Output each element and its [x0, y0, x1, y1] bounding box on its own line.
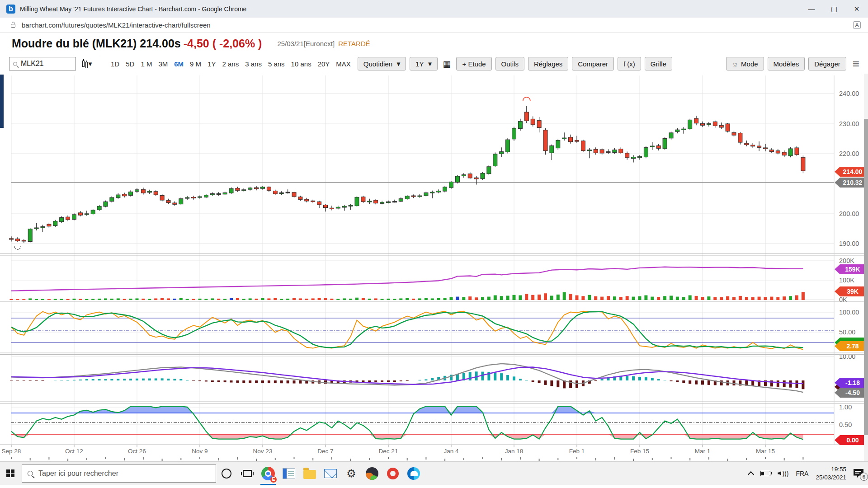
app-button-dark[interactable] — [362, 462, 382, 485]
timeframe-1Y[interactable]: 1Y — [204, 60, 219, 68]
quote-title: Moudre du blé (MLK21) 214.00s — [12, 37, 181, 50]
svg-text:0.00: 0.00 — [846, 436, 859, 444]
start-button[interactable] — [0, 462, 21, 485]
task-view-button[interactable] — [237, 462, 258, 485]
symbol-value[interactable]: MLK21 — [21, 60, 44, 68]
volume-button[interactable]: ))) — [778, 470, 788, 477]
tray-expand-icon[interactable] — [748, 471, 754, 477]
battery-icon[interactable] — [760, 471, 770, 476]
timeframe-3ans[interactable]: 3 ans — [242, 60, 265, 68]
tools-label: Outils — [501, 60, 519, 68]
svg-text:-1.18: -1.18 — [845, 379, 860, 386]
chart-type-selector[interactable]: ▾ — [80, 60, 94, 68]
speaker-icon — [778, 471, 781, 476]
left-panel-strip[interactable] — [0, 75, 4, 128]
notification-count-badge: 6 — [860, 473, 868, 481]
language-indicator[interactable]: FRA — [796, 470, 808, 477]
svg-text:39K: 39K — [847, 288, 859, 295]
settings-button[interactable]: Réglages — [528, 57, 568, 70]
translate-icon[interactable]: A — [853, 21, 861, 29]
timeframe-2ans[interactable]: 2 ans — [219, 60, 242, 68]
svg-text:Mar 1: Mar 1 — [695, 448, 711, 455]
calendar-icon[interactable]: ▦ — [441, 59, 453, 69]
add-study-button[interactable]: + Etude — [456, 57, 491, 70]
svg-text:Sep 28: Sep 28 — [2, 448, 21, 455]
file-explorer-button[interactable] — [299, 462, 320, 485]
svg-text:Mar 15: Mar 15 — [756, 448, 775, 455]
chart-area[interactable]: Sep 28Oct 12Oct 26Nov 9Nov 23Dec 7Dec 21… — [0, 74, 868, 461]
timeframe-5ans[interactable]: 5 ans — [265, 60, 288, 68]
edge-button[interactable] — [403, 462, 424, 485]
svg-text:214.00: 214.00 — [843, 168, 863, 175]
minimize-button[interactable]: — — [800, 0, 823, 18]
chart-toolbar: MLK21 ▾ 1D5D1 M3M6M9 M1Y2 ans3 ans5 ans1… — [0, 54, 868, 74]
svg-text:100K: 100K — [839, 277, 854, 284]
range-select[interactable]: 1Y ▾ — [410, 57, 437, 70]
close-button[interactable]: ✕ — [845, 0, 868, 18]
svg-text:Nov 9: Nov 9 — [192, 448, 208, 455]
timeframe-5D[interactable]: 5D — [123, 60, 137, 68]
windows-logo-icon — [6, 469, 14, 478]
templates-button[interactable]: Modèles — [768, 57, 805, 70]
timeframe-1M[interactable]: 1 M — [137, 60, 155, 68]
mail-button[interactable] — [320, 462, 341, 485]
compare-button[interactable]: Comparer — [572, 57, 614, 70]
divider — [101, 57, 101, 70]
symbol-search-input[interactable]: MLK21 — [9, 57, 76, 70]
timeframe-20Y[interactable]: 20Y — [315, 60, 333, 68]
chrome-taskbar-button[interactable]: E — [258, 462, 278, 485]
taskbar-search-input[interactable]: Taper ici pour rechercher — [22, 465, 216, 483]
app-button-document[interactable] — [278, 462, 299, 485]
taskbar: Taper ici pour rechercher E ⚙ ))) FRA 19… — [0, 461, 868, 485]
timeframe-6M[interactable]: 6M — [171, 60, 187, 68]
fx-button[interactable]: f (x) — [618, 57, 641, 70]
menu-icon[interactable]: ≡ — [850, 57, 862, 71]
app-button-red[interactable] — [382, 462, 403, 485]
svg-text:200.00: 200.00 — [839, 210, 859, 217]
taskbar-search-placeholder: Taper ici pour rechercher — [38, 469, 118, 478]
timeframe-MAX[interactable]: MAX — [333, 60, 354, 68]
tools-button[interactable]: Outils — [495, 57, 524, 70]
sun-icon: ☼ — [732, 60, 738, 68]
price-chart[interactable]: Sep 28Oct 12Oct 26Nov 9Nov 23Dec 7Dec 21… — [0, 74, 868, 461]
gear-icon: ⚙ — [346, 467, 356, 480]
notification-center-button[interactable]: 6 — [854, 469, 863, 478]
taskbar-date: 25/03/2021 — [816, 474, 846, 482]
svg-text:0.50: 0.50 — [839, 421, 852, 428]
svg-text:190.00: 190.00 — [839, 240, 859, 247]
svg-text:2.78: 2.78 — [846, 343, 859, 350]
svg-text:Oct 12: Oct 12 — [65, 448, 83, 455]
timeframe-1D[interactable]: 1D — [108, 60, 123, 68]
mode-button[interactable]: ☼ Mode — [726, 57, 764, 70]
quote-delay-badge: RETARDÉ — [338, 40, 370, 47]
edge-icon — [407, 467, 420, 480]
taskbar-time: 19:55 — [816, 465, 846, 474]
clear-button[interactable]: Dégager — [808, 57, 846, 70]
svg-text:-4.50: -4.50 — [845, 389, 860, 396]
timeframe-10ans[interactable]: 10 ans — [288, 60, 315, 68]
cortana-button[interactable] — [216, 462, 237, 485]
cortana-icon — [222, 469, 231, 479]
compare-label: Comparer — [578, 60, 608, 68]
url-text[interactable]: barchart.com/futures/quotes/MLK21/intera… — [22, 21, 853, 29]
url-bar[interactable]: barchart.com/futures/quotes/MLK21/intera… — [0, 18, 868, 33]
taskbar-clock[interactable]: 19:55 25/03/2021 — [816, 465, 846, 481]
candlestick-icon — [82, 61, 85, 67]
timeframe-9M[interactable]: 9 M — [187, 60, 204, 68]
timeframe-3M[interactable]: 3M — [155, 60, 171, 68]
grid-button[interactable]: Grille — [645, 57, 672, 70]
svg-text:Dec 7: Dec 7 — [317, 448, 333, 455]
svg-text:Feb 1: Feb 1 — [569, 448, 585, 455]
maximize-button[interactable]: ▢ — [823, 0, 845, 18]
quote-header: Moudre du blé (MLK21) 214.00s -4,50 ( -2… — [0, 33, 868, 54]
settings-taskbar-button[interactable]: ⚙ — [341, 462, 362, 485]
padlock-icon — [11, 24, 15, 28]
templates-label: Modèles — [774, 60, 799, 68]
barchart-favicon-icon: b — [6, 5, 15, 14]
timeframe-list: 1D5D1 M3M6M9 M1Y2 ans3 ans5 ans10 ans20Y… — [108, 60, 354, 68]
scrollbar[interactable] — [864, 74, 868, 461]
frequency-select[interactable]: Quotidien ▾ — [358, 57, 406, 70]
chevron-down-icon: ▾ — [397, 60, 400, 67]
document-app-icon — [283, 468, 295, 479]
scrollbar-thumb[interactable] — [864, 119, 868, 435]
